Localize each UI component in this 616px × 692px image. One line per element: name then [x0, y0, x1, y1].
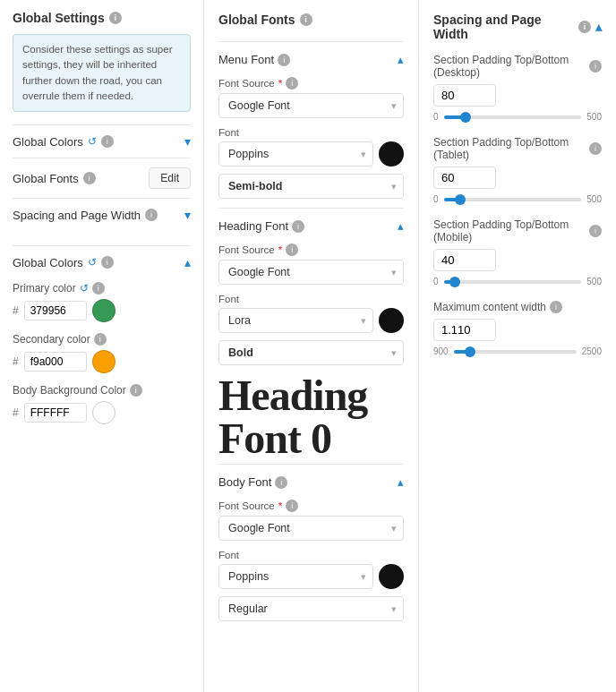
secondary-color-swatch[interactable] [92, 350, 116, 373]
slider-row-0: 0 500 [433, 112, 602, 122]
body-font-select[interactable]: Poppins [218, 564, 373, 589]
menu-font-source-select[interactable]: Google Font [218, 93, 404, 118]
body-font-section: Body Font i ▴ Font Source * i Google Fon… [218, 464, 404, 621]
gc-chevron-icon: ▴ [184, 255, 191, 269]
global-colors-label: Global Colors ↺ i [13, 135, 114, 149]
spacing-info-icon-0[interactable]: i [589, 60, 602, 73]
heading-font-source-info-icon[interactable]: i [286, 243, 298, 256]
menu-font-weight-select[interactable]: Semi-bold [218, 174, 404, 199]
menu-font-select[interactable]: Poppins [218, 141, 373, 167]
spacing-label-1: Section Padding Top/Bottom (Tablet) i [433, 136, 602, 161]
heading-font-source-label: Font Source * i [218, 243, 404, 256]
spacing-input-3[interactable] [433, 319, 496, 341]
menu-font-color-swatch[interactable] [379, 141, 404, 167]
spacing-chevron-icon: ▾ [184, 208, 191, 222]
spacing-info-icon-3[interactable]: i [550, 301, 562, 313]
spacing-label-3: Maximum content width i [433, 301, 602, 313]
heading-font-chevron-icon: ▴ [398, 219, 404, 233]
spacing-input-2[interactable] [433, 249, 496, 271]
heading-font-select[interactable]: Lora [218, 308, 373, 333]
body-bg-info-icon[interactable]: i [130, 384, 142, 397]
global-colors-chevron-icon: ▾ [184, 134, 191, 149]
global-fonts-row[interactable]: Global Fonts i Edit [13, 158, 191, 198]
spacing-info-icon-1[interactable]: i [589, 142, 602, 155]
gc-refresh-icon[interactable]: ↺ [88, 256, 97, 269]
heading-font-title: Heading Font i [218, 219, 304, 233]
menu-font-source-info-icon[interactable]: i [286, 77, 298, 90]
spacing-label: Spacing and Page Width i [13, 209, 158, 222]
heading-font-weight-wrapper: Bold ▾ [218, 340, 404, 365]
heading-font-preview: Heading Font 0 [218, 374, 404, 460]
spacing-sections: Section Padding Top/Bottom (Desktop) i 0… [433, 54, 602, 356]
body-font-source-label: Font Source * i [218, 500, 404, 512]
heading-font-label: Font [218, 294, 404, 304]
spacing-row[interactable]: Spacing and Page Width i ▾ [13, 198, 191, 231]
body-font-info-icon[interactable]: i [275, 476, 287, 489]
slider-track-1[interactable] [444, 198, 582, 201]
slider-row-1: 0 500 [433, 194, 602, 204]
gc-title: Global Colors ↺ i [13, 256, 114, 269]
global-colors-expanded: Global Colors ↺ i ▴ Primary color ↺ i # … [13, 245, 191, 424]
spacing-section-3: Maximum content width i 900 2500 [433, 301, 602, 356]
menu-font-select-wrapper: Poppins ▾ [218, 141, 373, 167]
menu-font-title: Menu Font i [218, 53, 290, 66]
slider-row-2: 0 500 [433, 277, 602, 286]
body-font-weight-wrapper: Regular ▾ [218, 596, 404, 621]
primary-color-input[interactable] [24, 301, 87, 320]
global-colors-info-icon[interactable]: i [101, 135, 114, 148]
menu-font-header: Menu Font i ▴ [218, 53, 404, 66]
body-font-color-swatch[interactable] [379, 564, 404, 589]
spacing-section-2: Section Padding Top/Bottom (Mobile) i 0 … [433, 218, 602, 286]
global-colors-refresh-icon[interactable]: ↺ [88, 135, 97, 148]
secondary-color-row: Secondary color i # [13, 333, 191, 373]
secondary-info-icon[interactable]: i [94, 333, 107, 346]
secondary-hash: # [13, 355, 19, 368]
heading-font-info-icon[interactable]: i [292, 220, 304, 233]
menu-font-with-swatch: Poppins ▾ [218, 141, 404, 167]
body-bg-swatch[interactable] [92, 401, 116, 424]
heading-font-section: Heading Font i ▴ Font Source * i Google … [218, 208, 404, 460]
slider-track-2[interactable] [444, 280, 582, 284]
heading-font-source-select[interactable]: Google Font [218, 260, 404, 285]
primary-color-swatch[interactable] [92, 299, 116, 322]
spacing-input-0[interactable] [433, 84, 496, 107]
slider-track-3[interactable] [454, 350, 577, 354]
primary-info-icon[interactable]: i [92, 282, 105, 295]
secondary-color-input[interactable] [24, 352, 87, 372]
menu-font-label: Font [218, 127, 404, 138]
menu-font-info-icon[interactable]: i [278, 54, 290, 66]
spacing-input-1[interactable] [433, 167, 496, 189]
slider-track-0[interactable] [444, 115, 582, 119]
spacing-info-icon-2[interactable]: i [589, 225, 602, 237]
heading-font-color-swatch[interactable] [379, 308, 404, 333]
primary-hash: # [13, 304, 19, 317]
body-bg-input-row: # [13, 401, 191, 424]
body-bg-input[interactable] [24, 403, 87, 423]
body-bg-hash: # [13, 406, 19, 419]
body-font-weight-select[interactable]: Regular [218, 596, 404, 621]
global-fonts-info-icon[interactable]: i [83, 172, 96, 184]
panel-title-text: Global Settings [13, 11, 105, 25]
left-panel: Global Settings i Consider these setting… [0, 0, 204, 692]
edit-button[interactable]: Edit [149, 167, 191, 189]
right-panel: Spacing and Page Width i ▴ Section Paddi… [419, 0, 616, 692]
panel-title: Global Settings i [13, 11, 191, 25]
rp-info-icon[interactable]: i [578, 21, 591, 33]
spacing-section-0: Section Padding Top/Bottom (Desktop) i 0… [433, 54, 602, 122]
heading-font-weight-select[interactable]: Bold [218, 340, 404, 365]
panel-title-info-icon[interactable]: i [109, 12, 122, 24]
menu-font-chevron-icon: ▴ [398, 53, 404, 66]
middle-panel: Global Fonts i Menu Font i ▴ Font Source… [204, 0, 419, 692]
body-font-source-info-icon[interactable]: i [286, 500, 298, 512]
info-box: Consider these settings as super setting… [13, 34, 191, 112]
gc-header: Global Colors ↺ i ▴ [13, 255, 191, 269]
gc-info-icon[interactable]: i [101, 256, 114, 269]
mp-info-icon[interactable]: i [300, 13, 312, 26]
menu-font-section: Menu Font i ▴ Font Source * i Google Fon… [218, 41, 404, 199]
heading-font-header: Heading Font i ▴ [218, 219, 404, 233]
spacing-info-icon[interactable]: i [145, 209, 158, 221]
body-font-source-select[interactable]: Google Font [218, 516, 404, 541]
primary-refresh-icon[interactable]: ↺ [80, 282, 89, 295]
global-colors-collapsed-row[interactable]: Global Colors ↺ i ▾ [13, 124, 191, 158]
heading-font-with-swatch: Lora ▾ [218, 308, 404, 333]
